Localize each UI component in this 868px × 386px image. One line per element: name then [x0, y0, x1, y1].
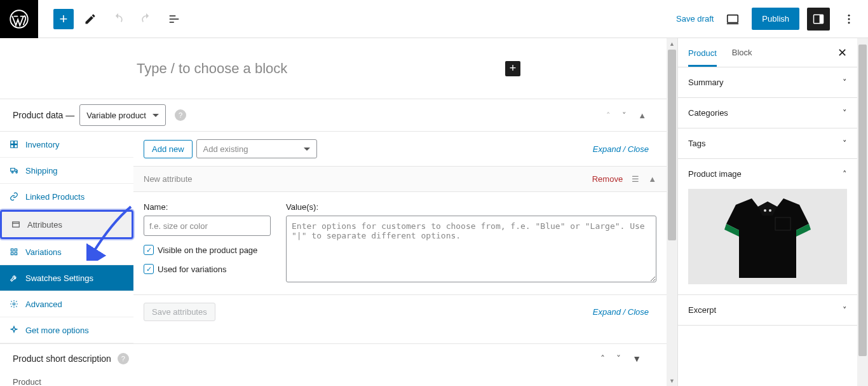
document-outline-icon[interactable] — [163, 8, 186, 31]
panel-tags[interactable]: Tags ˅ — [678, 128, 857, 159]
tab-linked-products[interactable]: Linked Products — [0, 184, 133, 210]
used-variations-checkbox-row[interactable]: ✓ Used for variations — [144, 264, 271, 274]
remove-attribute-link[interactable]: Remove — [592, 174, 623, 184]
panel-label: Summary — [688, 78, 724, 87]
undo-icon[interactable] — [107, 8, 130, 31]
add-existing-select[interactable]: Add existing — [196, 139, 317, 158]
product-type-select[interactable]: Variable product — [79, 104, 166, 126]
svg-point-5 — [848, 18, 850, 20]
help-icon[interactable]: ? — [175, 109, 186, 121]
collapse-icon[interactable]: ▲ — [648, 174, 656, 184]
chevron-down-icon: ˅ — [843, 305, 847, 315]
tab-attributes[interactable]: Attributes — [0, 210, 133, 239]
panel-product-image[interactable]: Product image ˄ — [678, 159, 857, 189]
top-toolbar: + Save draft Publish — [0, 0, 868, 38]
chevron-down-icon: ˅ — [843, 139, 847, 148]
expand-close-link-bottom[interactable]: Expand / Close — [593, 307, 656, 317]
product-data-tabs: Inventory Shipping Linked Products Attri… — [0, 132, 133, 343]
expand-close-link[interactable]: Expand / Close — [593, 144, 656, 154]
sidebar-tab-product[interactable]: Product — [688, 39, 717, 67]
tab-label: Advanced — [25, 300, 62, 309]
tab-get-more[interactable]: Get more options — [0, 317, 133, 343]
redo-icon[interactable] — [135, 8, 158, 31]
tab-inventory[interactable]: Inventory — [0, 132, 133, 158]
values-label: Value(s): — [286, 202, 656, 212]
editor-column: Type / to choose a block + Product data … — [0, 38, 667, 386]
used-label: Used for variations — [158, 265, 226, 274]
preview-icon[interactable] — [721, 8, 744, 31]
svg-point-6 — [848, 22, 850, 24]
add-existing-placeholder: Add existing — [203, 144, 248, 154]
panel-down-icon[interactable]: ˅ — [616, 354, 621, 364]
save-attributes-button: Save attributes — [144, 303, 215, 321]
chevron-down-icon: ˅ — [843, 78, 847, 87]
svg-point-12 — [13, 303, 15, 305]
inline-add-block-button[interactable]: + — [505, 61, 520, 76]
product-footer-label: Product — [0, 373, 667, 386]
link-icon — [9, 191, 19, 202]
sidebar-scrollbar[interactable] — [857, 38, 868, 386]
visible-label: Visible on the product page — [158, 245, 257, 255]
tools-edit-icon[interactable] — [79, 8, 102, 31]
svg-rect-8 — [11, 249, 13, 251]
svg-rect-11 — [15, 252, 17, 255]
block-placeholder[interactable]: Type / to choose a block — [137, 60, 287, 77]
variations-icon — [9, 247, 19, 257]
short-desc-title: Product short description — [13, 354, 111, 364]
name-label: Name: — [144, 202, 271, 212]
tab-swatches-settings[interactable]: Swatches Settings — [0, 265, 133, 291]
drag-handle-icon[interactable]: ☰ — [632, 174, 639, 184]
panel-toggle-icon[interactable]: ▼ — [632, 354, 641, 364]
help-icon[interactable]: ? — [118, 353, 129, 364]
attributes-panel-content: Add new Add existing Expand / Close New … — [133, 132, 667, 343]
svg-rect-7 — [13, 222, 20, 227]
tab-label: Linked Products — [25, 192, 85, 202]
attribute-panel-header[interactable]: New attribute Remove ☰ ▲ — [133, 167, 667, 192]
tab-label: Shipping — [25, 166, 58, 176]
editor-scrollbar[interactable]: ▲ ▼ — [667, 38, 677, 386]
svg-rect-9 — [15, 249, 17, 251]
tab-label: Attributes — [27, 220, 62, 230]
tab-label: Get more options — [25, 326, 89, 335]
attribute-values-textarea[interactable] — [286, 216, 656, 282]
panel-down-icon[interactable]: ˅ — [622, 111, 627, 120]
panel-toggle-icon[interactable]: ▲ — [638, 111, 646, 120]
settings-sidebar: Product Block ✕ Summary ˅ Categories ˅ T… — [677, 38, 857, 386]
save-draft-link[interactable]: Save draft — [676, 14, 714, 24]
attribute-name-input[interactable] — [144, 216, 271, 236]
visible-checkbox-row[interactable]: ✓ Visible on the product page — [144, 245, 271, 255]
sidebar-toggle-button[interactable] — [807, 8, 830, 31]
add-new-button[interactable]: Add new — [144, 140, 193, 158]
tab-variations[interactable]: Variations — [0, 239, 133, 265]
chevron-up-icon: ˄ — [843, 169, 847, 179]
sparkle-icon — [9, 325, 19, 335]
product-type-value: Variable product — [86, 111, 146, 120]
tab-shipping[interactable]: Shipping — [0, 158, 133, 184]
product-image-preview[interactable] — [688, 189, 847, 284]
add-block-button[interactable]: + — [53, 9, 74, 29]
product-data-header: Product data — Variable product ? ˄ ˅ ▲ — [0, 99, 667, 132]
panel-summary[interactable]: Summary ˅ — [678, 67, 857, 98]
tab-advanced[interactable]: Advanced — [0, 291, 133, 317]
panel-excerpt[interactable]: Excerpt ˅ — [678, 295, 857, 326]
panel-label: Categories — [688, 108, 728, 118]
panel-categories[interactable]: Categories ˅ — [678, 98, 857, 128]
more-options-icon[interactable] — [837, 8, 860, 31]
truck-icon — [9, 165, 19, 176]
close-sidebar-icon[interactable]: ✕ — [837, 46, 847, 60]
panel-label: Tags — [688, 139, 705, 148]
product-data-label: Product data — — [13, 110, 74, 120]
panel-up-icon[interactable]: ˄ — [600, 354, 605, 364]
tab-label: Variations — [25, 247, 62, 257]
attribute-title: New attribute — [144, 174, 193, 184]
publish-button[interactable]: Publish — [752, 8, 799, 30]
chevron-down-icon: ˅ — [843, 108, 847, 118]
svg-rect-10 — [11, 252, 13, 255]
svg-point-14 — [769, 209, 771, 212]
sidebar-tab-block[interactable]: Block — [732, 39, 752, 66]
svg-point-13 — [764, 209, 766, 212]
wordpress-logo[interactable] — [0, 0, 38, 38]
panel-up-icon[interactable]: ˄ — [606, 111, 611, 120]
panel-label: Excerpt — [688, 305, 716, 315]
svg-point-4 — [848, 14, 850, 16]
